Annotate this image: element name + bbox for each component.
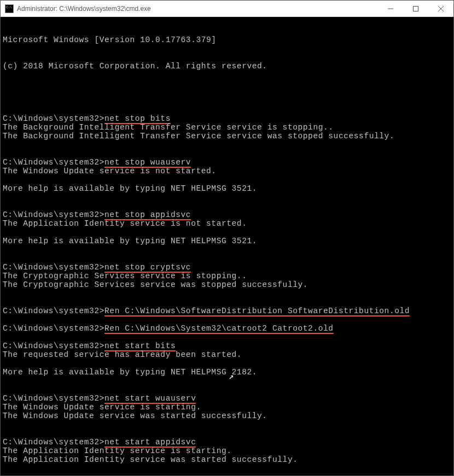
output-line: The Windows Update service was started s… — [3, 412, 451, 420]
output-line: The Application Identity service was sta… — [3, 455, 451, 464]
minimize-button[interactable] — [378, 1, 403, 16]
command-line: C:\Windows\system32>net stop cryptsvc — [3, 263, 451, 272]
title-bar[interactable]: Administrator: C:\Windows\system32\cmd.e… — [1, 1, 453, 17]
command-line: C:\Windows\system32>net stop wuauserv — [3, 158, 451, 167]
output-line — [3, 228, 451, 237]
output-line: More help is available by typing NET HEL… — [3, 368, 451, 377]
svg-rect-1 — [414, 6, 418, 11]
version-line: Microsoft Windows [Version 10.0.17763.37… — [3, 36, 451, 44]
output-line — [3, 464, 451, 473]
output-line: The Background Intelligent Transfer Serv… — [3, 132, 451, 140]
command-text: Ren C:\Windows\SoftwareDistribution Soft… — [104, 307, 410, 316]
terminal-output[interactable]: Microsoft Windows [Version 10.0.17763.37… — [1, 17, 453, 475]
command-line: C:\Windows\system32>net start wuauserv — [3, 394, 451, 403]
maximize-button[interactable] — [403, 1, 428, 16]
output-line — [3, 175, 451, 184]
output-line: The Cryptographic Services service was s… — [3, 280, 451, 289]
command-line: C:\Windows\system32>net stop appidsvc — [3, 210, 451, 219]
command-line: C:\Windows\system32>net start appidsvc — [3, 438, 451, 446]
output-line — [3, 420, 451, 429]
output-line: More help is available by typing NET HEL… — [3, 237, 451, 245]
command-line: C:\Windows\system32>net stop bits — [3, 114, 451, 123]
output-line: The requested service has already been s… — [3, 350, 451, 359]
output-line: More help is available by typing NET HEL… — [3, 184, 451, 193]
command-line: C:\Windows\system32>net start bits — [3, 342, 451, 350]
output-line: The Cryptographic Services service is st… — [3, 272, 451, 280]
output-line — [3, 140, 451, 149]
output-line: The Application Identity service is not … — [3, 219, 451, 228]
output-line: The Background Intelligent Transfer Serv… — [3, 123, 451, 132]
output-line: The Windows Update service is not starte… — [3, 167, 451, 175]
command-line: C:\Windows\system32>Ren C:\Windows\Softw… — [3, 307, 451, 315]
command-text: Ren C:\Windows\System32\catroot2 Catroot… — [104, 324, 334, 334]
window-title: Administrator: C:\Windows\system32\cmd.e… — [17, 5, 378, 13]
output-line — [3, 377, 451, 385]
output-line — [3, 289, 451, 298]
output-line: The Windows Update service is starting. — [3, 403, 451, 412]
output-line — [3, 245, 451, 254]
output-line — [3, 193, 451, 202]
command-line: C:\Windows\system32>Ren C:\Windows\Syste… — [3, 324, 451, 333]
output-line: The Application Identity service is star… — [3, 446, 451, 455]
output-line — [3, 359, 451, 368]
cmd-icon — [5, 4, 14, 13]
window-controls — [378, 1, 453, 16]
close-button[interactable] — [428, 1, 453, 16]
copyright-line: (c) 2018 Microsoft Corporation. All righ… — [3, 62, 451, 70]
